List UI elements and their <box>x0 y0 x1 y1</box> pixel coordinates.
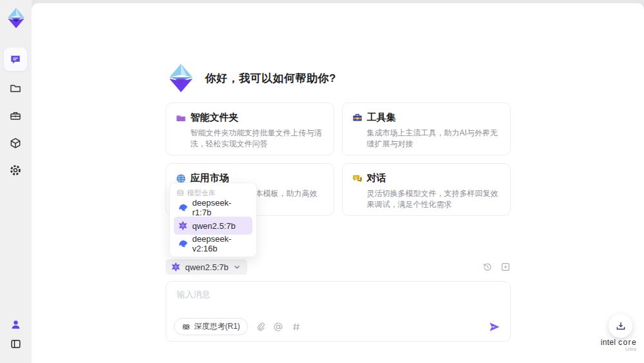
purple-folder-icon <box>175 112 187 124</box>
sidebar-item-toolbox[interactable] <box>4 104 27 128</box>
model-selector-button[interactable]: qwen2.5:7b <box>166 259 247 275</box>
sidebar-item-chat[interactable] <box>4 48 27 71</box>
download-icon <box>615 320 627 332</box>
card-title: 对话 <box>367 172 386 184</box>
message-composer[interactable]: 输入消息 深度思考(R1) <box>166 281 511 342</box>
card-title: 工具集 <box>367 112 396 124</box>
attachment-icon[interactable] <box>256 322 265 331</box>
model-option-deepseek-v2[interactable]: deepseek-v2:16b <box>174 235 252 253</box>
cube-icon <box>9 137 22 150</box>
message-input[interactable]: 输入消息 <box>177 289 211 300</box>
ultra-logo-text: Ultra <box>598 346 640 352</box>
main-panel: 你好，我可以如何帮助你? 智能文件夹 智能文件夹功能支持批量文件上传与清洗，轻松… <box>32 3 644 363</box>
toolbox-icon <box>352 112 363 124</box>
deepseek-whale-icon <box>178 239 188 249</box>
prompt-grid-icon[interactable] <box>291 322 301 332</box>
history-icon[interactable] <box>482 262 493 272</box>
greeting-row: 你好，我可以如何帮助你? <box>166 61 511 95</box>
repository-icon <box>176 189 184 197</box>
core-logo-text: core <box>618 338 637 347</box>
app-logo-icon <box>5 6 28 30</box>
model-dropdown-menu: 模型仓库 deepseek-r1:7b qwen2.5:7b de <box>169 182 257 257</box>
card-desc: 智能文件夹功能支持批量文件上传与清洗，轻松实现文件问答 <box>191 128 325 150</box>
greeting-logo-icon <box>166 63 196 93</box>
qwen-icon <box>171 262 181 272</box>
new-chat-icon[interactable] <box>500 262 511 272</box>
model-option-deepseek-r1[interactable]: deepseek-r1:7b <box>174 199 252 217</box>
mention-icon[interactable] <box>273 322 283 332</box>
model-option-qwen[interactable]: qwen2.5:7b <box>174 217 252 235</box>
intel-core-badge: intel core Ultra <box>598 338 640 352</box>
chat-bubble-icon <box>9 53 22 66</box>
chevron-down-icon <box>233 263 241 271</box>
panel-layout-icon <box>10 338 22 350</box>
user-icon <box>10 319 22 331</box>
greeting-text: 你好，我可以如何帮助你? <box>205 71 336 86</box>
card-desc: 集成市场上主流工具，助力AI与外界无缝扩展与对接 <box>367 128 501 150</box>
selected-model-label: qwen2.5:7b <box>185 262 229 272</box>
card-toolkit[interactable]: 工具集 集成市场上主流工具，助力AI与外界无缝扩展与对接 <box>342 103 511 155</box>
briefcase-icon <box>9 110 22 123</box>
sidebar-item-folders[interactable] <box>4 77 27 100</box>
folder-icon <box>9 82 22 95</box>
download-fab-button[interactable] <box>609 314 632 338</box>
model-repository-header: 模型仓库 <box>174 187 252 199</box>
intel-logo-text: intel <box>601 338 616 347</box>
atom-icon <box>182 322 191 331</box>
deepseek-whale-icon <box>178 202 188 213</box>
composer-toolbar-row: qwen2.5:7b <box>166 259 511 275</box>
sidebar-item-panel-toggle[interactable] <box>4 332 27 355</box>
sidebar <box>0 0 32 363</box>
sidebar-item-apps[interactable] <box>4 132 27 155</box>
card-desc: 灵活切换多模型文件，支持多样回复效果调试，满足个性化需求 <box>367 188 501 210</box>
sidebar-item-settings[interactable] <box>4 159 27 182</box>
card-title: 智能文件夹 <box>191 112 239 124</box>
card-smart-folder[interactable]: 智能文件夹 智能文件夹功能支持批量文件上传与清洗，轻松实现文件问答 <box>166 103 334 155</box>
card-dialogue[interactable]: 对话 灵活切换多模型文件，支持多样回复效果调试，满足个性化需求 <box>342 163 511 216</box>
send-icon[interactable] <box>488 320 501 333</box>
gold-chat-icon <box>352 173 363 184</box>
qwen-icon <box>178 221 188 231</box>
gear-icon <box>9 164 22 177</box>
deep-think-toggle[interactable]: 深度思考(R1) <box>174 318 248 335</box>
